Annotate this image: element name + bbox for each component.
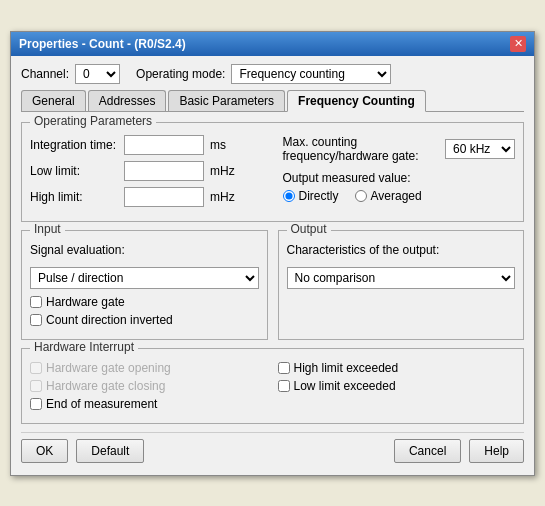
high-limit-unit: mHz <box>210 190 235 204</box>
high-limit-exceeded-checkbox[interactable] <box>278 362 290 374</box>
gate-opening-checkbox <box>30 362 42 374</box>
tab-basic-params[interactable]: Basic Parameters <box>168 90 285 111</box>
output-group: Output Characteristics of the output: No… <box>278 230 525 340</box>
help-button[interactable]: Help <box>469 439 524 463</box>
tabs-bar: General Addresses Basic Parameters Frequ… <box>21 90 524 112</box>
count-dir-row: Count direction inverted <box>30 313 259 327</box>
max-counting-label: Max. counting frequency/hardware gate: <box>283 135 442 163</box>
integration-time-label: Integration time: <box>30 138 120 152</box>
high-limit-exceeded-label: High limit exceeded <box>294 361 399 375</box>
high-limit-row: High limit: 60000000 mHz <box>30 187 263 207</box>
integration-time-input[interactable]: 100 <box>124 135 204 155</box>
tab-addresses[interactable]: Addresses <box>88 90 167 111</box>
input-group: Input Signal evaluation: Pulse / directi… <box>21 230 268 340</box>
output-measured-radio-group: Directly Averaged <box>283 189 516 203</box>
characteristics-select[interactable]: No comparison Within range Outside range <box>287 267 516 289</box>
gate-closing-row: Hardware gate closing <box>30 379 268 393</box>
high-limit-input[interactable]: 60000000 <box>124 187 204 207</box>
integration-time-row: Integration time: 100 ms <box>30 135 263 155</box>
low-limit-input[interactable]: 0 <box>124 161 204 181</box>
end-measurement-row: End of measurement <box>30 397 268 411</box>
gate-opening-row: Hardware gate opening <box>30 361 268 375</box>
hw-interrupt-label: Hardware Interrupt <box>30 340 138 354</box>
gate-closing-checkbox <box>30 380 42 392</box>
low-limit-exceeded-checkbox[interactable] <box>278 380 290 392</box>
averaged-radio[interactable] <box>355 190 367 202</box>
low-limit-row: Low limit: 0 mHz <box>30 161 263 181</box>
gate-opening-label: Hardware gate opening <box>46 361 171 375</box>
button-bar: OK Default Cancel Help <box>21 432 524 467</box>
op-mode-label: Operating mode: <box>136 67 225 81</box>
hw-gate-checkbox[interactable] <box>30 296 42 308</box>
averaged-option[interactable]: Averaged <box>355 189 422 203</box>
directly-option[interactable]: Directly <box>283 189 339 203</box>
characteristics-label: Characteristics of the output: <box>287 243 516 257</box>
top-controls: Channel: 0 Operating mode: Frequency cou… <box>21 64 524 84</box>
count-dir-checkbox[interactable] <box>30 314 42 326</box>
averaged-label: Averaged <box>371 189 422 203</box>
max-counting-row: Max. counting frequency/hardware gate: 6… <box>283 135 516 163</box>
titlebar: Properties - Count - (R0/S2.4) ✕ <box>11 32 534 56</box>
gate-closing-label: Hardware gate closing <box>46 379 165 393</box>
default-button[interactable]: Default <box>76 439 144 463</box>
signal-eval-select[interactable]: Pulse / direction Up/Down counter Pulse <box>30 267 259 289</box>
close-button[interactable]: ✕ <box>510 36 526 52</box>
main-window: Properties - Count - (R0/S2.4) ✕ Channel… <box>10 31 535 476</box>
high-limit-label: High limit: <box>30 190 120 204</box>
input-group-label: Input <box>30 222 65 236</box>
hw-interrupt-group: Hardware Interrupt Hardware gate opening… <box>21 348 524 424</box>
tab-general[interactable]: General <box>21 90 86 111</box>
ok-button[interactable]: OK <box>21 439 68 463</box>
input-output-row: Input Signal evaluation: Pulse / directi… <box>21 230 524 340</box>
low-limit-unit: mHz <box>210 164 235 178</box>
high-limit-exceeded-row: High limit exceeded <box>278 361 516 375</box>
op-mode-select[interactable]: Frequency counting <box>231 64 391 84</box>
max-counting-select[interactable]: 60 kHz 200 kHz <box>445 139 515 159</box>
directly-label: Directly <box>299 189 339 203</box>
end-measurement-label: End of measurement <box>46 397 157 411</box>
output-measured-label: Output measured value: <box>283 171 516 185</box>
hw-gate-label: Hardware gate <box>46 295 125 309</box>
end-measurement-checkbox[interactable] <box>30 398 42 410</box>
channel-select[interactable]: 0 <box>75 64 120 84</box>
integration-time-unit: ms <box>210 138 226 152</box>
channel-label: Channel: <box>21 67 69 81</box>
output-group-label: Output <box>287 222 331 236</box>
count-dir-label: Count direction inverted <box>46 313 173 327</box>
low-limit-label: Low limit: <box>30 164 120 178</box>
low-limit-exceeded-row: Low limit exceeded <box>278 379 516 393</box>
tab-freq-counting[interactable]: Frequency Counting <box>287 90 426 112</box>
op-params-group: Operating Parameters Integration time: 1… <box>21 122 524 222</box>
hw-gate-row: Hardware gate <box>30 295 259 309</box>
directly-radio[interactable] <box>283 190 295 202</box>
op-params-label: Operating Parameters <box>30 114 156 128</box>
window-title: Properties - Count - (R0/S2.4) <box>19 37 186 51</box>
signal-eval-label: Signal evaluation: <box>30 243 259 257</box>
cancel-button[interactable]: Cancel <box>394 439 461 463</box>
low-limit-exceeded-label: Low limit exceeded <box>294 379 396 393</box>
